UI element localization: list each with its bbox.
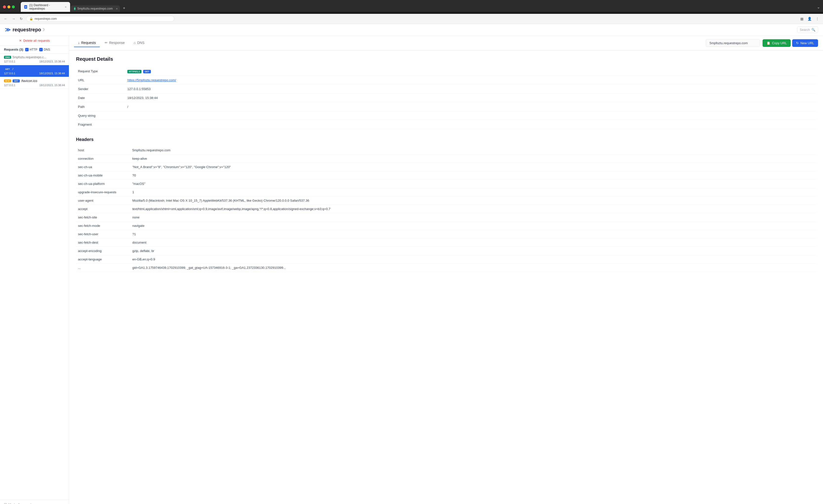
header-value: gid=GA1.3.1759746439.1702910399; _gat_gt… — [130, 264, 816, 272]
tab-favicon-1: ≫ — [24, 5, 27, 9]
forward-button[interactable]: → — [11, 16, 16, 22]
app-wrapper: ≫ requestrepo ☽ Search 🔍 ✕ Delete all re… — [0, 24, 823, 504]
request-details-title: Request Details — [76, 56, 816, 62]
mark-read-label: Mark all as read — [8, 503, 31, 504]
request-path: / — [13, 67, 14, 71]
header-value: en-GB,en;q=0.9 — [130, 255, 816, 264]
delete-icon: ✕ — [19, 39, 22, 42]
url-link[interactable]: https://5mpfoztu.requestrepo.com/ — [127, 78, 176, 82]
content-area: ↓ Requests ✏ Response ⌂ DNS 📋 Copy URL — [69, 36, 823, 504]
request-item-header: DNS 5mpfoztu.requestrepo.c... — [4, 55, 65, 59]
browser-tab-1[interactable]: ≫ (1) Dashboard - requestrepo ✕ — [21, 2, 70, 12]
maximize-button[interactable] — [12, 5, 15, 8]
request-meta: 127.0.0.1 18/12/2023, 15:38:44 — [4, 72, 65, 75]
minimize-button[interactable] — [7, 5, 10, 8]
lock-icon: 🔒 — [29, 17, 33, 20]
delete-label: Delete all requests — [23, 39, 50, 42]
http-filter[interactable]: ✓ HTTP — [25, 48, 37, 51]
header-search[interactable]: Search 🔍 — [797, 26, 818, 33]
table-row: connectionkeep-alive — [76, 155, 816, 163]
table-row: accepttext/html,application/xhtml+xml,ap… — [76, 205, 816, 213]
address-bar[interactable]: 🔒 requestrepo.com — [26, 16, 174, 22]
request-ip: 127.0.0.1 — [4, 72, 15, 75]
header-value: Mozilla/5.0 (Macintosh; Intel Mac OS X 1… — [130, 196, 816, 205]
table-row: upgrade-insecure-requests1 — [76, 188, 816, 196]
copy-icon: 📋 — [767, 41, 771, 45]
header-value: ?1 — [130, 230, 816, 238]
field-value — [125, 120, 816, 129]
extensions-icon[interactable]: ▦ — [799, 16, 805, 22]
field-key: Fragment — [76, 120, 125, 129]
dns-filter[interactable]: ✓ DNS — [39, 48, 50, 51]
header-key: sec-fetch-site — [76, 213, 130, 222]
table-row: sec-fetch-destdocument — [76, 238, 816, 247]
delete-all-button[interactable]: ✕ Delete all requests — [0, 36, 69, 46]
back-button[interactable]: ← — [3, 16, 8, 22]
request-item[interactable]: NEW! GET /favicon.ico 127.0.0.1 18/12/20… — [0, 77, 69, 89]
dns-tab-icon: ⌂ — [134, 41, 136, 45]
header-key: sec-ch-ua-platform — [76, 180, 130, 188]
field-key: Date — [76, 94, 125, 103]
tab-dns[interactable]: ⌂ DNS — [130, 39, 148, 47]
browser-chrome: ≫ (1) Dashboard - requestrepo ✕ D 5mpfoz… — [0, 0, 823, 12]
request-ip: 127.0.0.1 — [4, 60, 15, 63]
response-tab-icon: ✏ — [105, 41, 108, 45]
tab-close-1[interactable]: ✕ — [65, 6, 67, 8]
user-icon[interactable]: 👤 — [806, 16, 813, 22]
field-key: Path — [76, 103, 125, 111]
browser-toolbar: ← → ↻ 🔒 requestrepo.com ▦ 👤 ⋮ — [0, 14, 823, 24]
dns-checkbox[interactable]: ✓ — [39, 48, 43, 51]
close-button[interactable] — [3, 5, 6, 8]
new-url-button[interactable]: ↻ New URL — [792, 39, 818, 47]
header-key: connection — [76, 155, 130, 163]
request-item[interactable]: GET / 127.0.0.1 18/12/2023, 15:38:44 — [0, 65, 69, 77]
table-row: Date 18/12/2023, 15:38:44 — [76, 94, 816, 103]
field-key: Sender — [76, 85, 125, 94]
header-value: gzip, deflate, br — [130, 247, 816, 255]
address-text: requestrepo.com — [34, 17, 57, 20]
request-path: /favicon.ico — [21, 79, 37, 83]
header-value: text/html,application/xhtml+xml,applicat… — [130, 205, 816, 213]
header-value: navigate — [130, 222, 816, 230]
browser-tab-2[interactable]: D 5mpfoztu.requestrepo.com ✕ — [70, 5, 120, 12]
header-key: sec-fetch-mode — [76, 222, 130, 230]
tab-response[interactable]: ✏ Response — [101, 39, 129, 47]
table-row: Request Type HTTPS/1.1 GET — [76, 67, 816, 76]
field-key: Request Type — [76, 67, 125, 76]
table-row: sec-fetch-user?1 — [76, 230, 816, 238]
header-key: ... — [76, 264, 130, 272]
http-checkbox[interactable]: ✓ — [25, 48, 29, 51]
header-value: "macOS" — [130, 180, 816, 188]
url-input-field[interactable] — [706, 39, 760, 47]
requests-tab-icon: ↓ — [78, 41, 80, 45]
get-method-badge: GET — [143, 70, 151, 73]
menu-icon[interactable]: ⋮ — [815, 16, 820, 22]
check-icon: ☑ — [4, 503, 7, 504]
header-value: 1 — [130, 188, 816, 196]
mark-all-read-button[interactable]: ☑ Mark all as read — [4, 503, 65, 504]
request-ip: 127.0.0.1 — [4, 84, 15, 87]
reload-button[interactable]: ↻ — [19, 16, 24, 22]
app-logo: ≫ requestrepo — [5, 27, 41, 33]
copy-url-button[interactable]: 📋 Copy URL — [763, 39, 791, 47]
content-toolbar: ↓ Requests ✏ Response ⌂ DNS 📋 Copy URL — [69, 36, 823, 50]
browser-tabs: ≫ (1) Dashboard - requestrepo ✕ D 5mpfoz… — [21, 2, 815, 12]
field-key: Query string — [76, 111, 125, 120]
table-row: sec-fetch-modenavigate — [76, 222, 816, 230]
details-area: Request Details Request Type HTTPS/1.1 G… — [69, 50, 823, 504]
field-value: 127.0.0.1:55853 — [125, 85, 816, 94]
sidebar: ✕ Delete all requests Requests (3) ✓ HTT… — [0, 36, 69, 504]
response-tab-label: Response — [109, 41, 125, 45]
table-row: ...gid=GA1.3.1759746439.1702910399; _gat… — [76, 264, 816, 272]
dns-badge: DNS — [4, 56, 11, 59]
new-tab-button[interactable]: + — [121, 4, 128, 12]
app-header: ≫ requestrepo ☽ Search 🔍 — [0, 24, 823, 36]
tab-requests[interactable]: ↓ Requests — [74, 39, 100, 47]
request-item[interactable]: DNS 5mpfoztu.requestrepo.c... 127.0.0.1 … — [0, 53, 69, 65]
request-item-header: NEW! GET /favicon.ico — [4, 79, 65, 83]
expand-icon[interactable]: ⌄ — [817, 5, 820, 9]
tab-close-2[interactable]: ✕ — [116, 7, 118, 10]
headers-table: host5mpfoztu.requestrepo.comconnectionke… — [76, 146, 816, 272]
header-key: accept — [76, 205, 130, 213]
dark-mode-toggle[interactable]: ☽ — [41, 27, 45, 32]
